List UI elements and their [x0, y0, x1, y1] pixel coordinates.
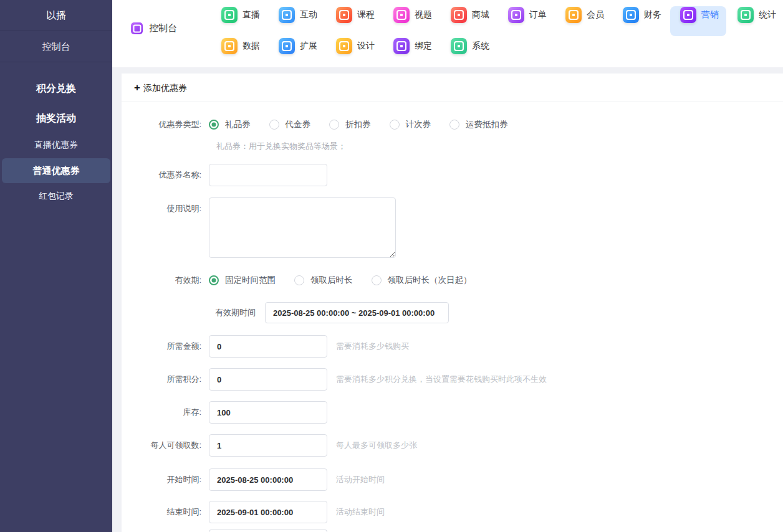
app-stats[interactable]: 统计 [737, 7, 783, 23]
sidebar-item-lottery[interactable]: 抽奖活动 [0, 106, 112, 131]
app-live[interactable]: 直播 [221, 7, 279, 23]
validity-time-input[interactable] [265, 302, 449, 323]
end-time-row: 结束时间: 活动结束时间 [122, 501, 783, 523]
validity-label: 有效期: [122, 274, 209, 287]
app-label: 课程 [357, 9, 375, 21]
app-design[interactable]: 设计 [336, 38, 393, 54]
app-row-1: 直播 互动 课程 视题 商城 订单 [221, 7, 783, 23]
mall-icon [451, 7, 467, 23]
marketing-icon [680, 7, 696, 23]
app-label: 视题 [415, 9, 432, 21]
app-label: 商城 [472, 9, 489, 21]
app-row-2: 数据 扩展 设计 绑定 系统 [221, 38, 508, 54]
app-order[interactable]: 订单 [508, 7, 565, 23]
system-icon [451, 38, 467, 54]
sidebar-item-live-coupon[interactable]: 直播优惠券 [0, 131, 112, 158]
coupon-form-panel: + 添加优惠券 优惠券类型: 礼品券 代金券 折扣券 计次券 [122, 74, 783, 532]
app-binding[interactable]: 绑定 [393, 38, 451, 54]
order-icon [508, 7, 524, 23]
app-data[interactable]: 数据 [221, 38, 279, 54]
console-icon [131, 22, 143, 34]
end-time-hint: 活动结束时间 [336, 501, 385, 523]
quiz-icon [393, 7, 410, 23]
amount-hint: 需要消耗多少钱购买 [336, 335, 409, 358]
sidebar-item-normal-coupon[interactable]: 普通优惠券 [2, 158, 110, 183]
points-input[interactable] [209, 368, 327, 391]
app-marketing[interactable]: 营销 [680, 7, 737, 23]
radio-after-claim[interactable]: 领取后时长 [294, 275, 353, 286]
validity-time-row: 有效期时间 [122, 302, 783, 323]
coupon-type-group: 礼品券 代金券 折扣券 计次券 运费抵扣券 [209, 118, 527, 131]
radio-icon [372, 275, 382, 285]
radio-label: 领取后时长（次日起） [388, 275, 472, 286]
sidebar-item-redpacket-log[interactable]: 红包记录 [0, 183, 112, 208]
amount-input[interactable] [209, 335, 327, 358]
extension-icon [279, 38, 295, 54]
app-system[interactable]: 系统 [451, 38, 508, 54]
app-mall[interactable]: 商城 [451, 7, 508, 23]
console-chip[interactable]: 控制台 [131, 22, 177, 34]
coupon-type-hint: 礼品券：用于兑换实物奖品等场景； [216, 141, 783, 152]
start-time-hint: 活动开始时间 [336, 468, 385, 491]
app-quiz[interactable]: 视题 [393, 7, 451, 23]
points-row: 所需积分: 需要消耗多少积分兑换，当设置需要花钱购买时此项不生效 [122, 368, 783, 391]
app-finance[interactable]: 财务 [623, 7, 680, 23]
name-label: 优惠券名称: [122, 164, 209, 186]
app-interact[interactable]: 互动 [279, 7, 336, 23]
partial-next-input[interactable] [209, 530, 327, 532]
radio-label: 计次券 [406, 119, 431, 130]
radio-label: 领取后时长 [310, 275, 353, 286]
sidebar: 以播 控制台 积分兑换 抽奖活动 直播优惠券 普通优惠券 红包记录 [0, 0, 112, 532]
coupon-type-row: 优惠券类型: 礼品券 代金券 折扣券 计次券 运费抵扣券 [122, 118, 783, 131]
end-time-input[interactable] [209, 501, 327, 523]
coupon-name-input[interactable] [209, 164, 327, 186]
description-row: 使用说明: [122, 197, 783, 258]
sidebar-item-console[interactable]: 控制台 [0, 31, 112, 62]
radio-after-claim-nextday[interactable]: 领取后时长（次日起） [372, 275, 472, 286]
per-user-hint: 每人最多可领取多少张 [336, 434, 417, 457]
app-member[interactable]: 会员 [565, 7, 623, 23]
sidebar-item-points-exchange[interactable]: 积分兑换 [0, 71, 112, 106]
stock-label: 库存: [122, 401, 209, 424]
name-row: 优惠券名称: [122, 164, 783, 186]
description-textarea[interactable] [209, 197, 396, 258]
validity-time-label: 有效期时间 [215, 302, 256, 323]
radio-icon [329, 120, 339, 130]
design-icon [336, 38, 352, 54]
radio-count-coupon[interactable]: 计次券 [390, 119, 431, 130]
app-label: 系统 [472, 40, 489, 52]
interact-icon [279, 7, 295, 23]
start-time-label: 开始时间: [122, 468, 209, 491]
top-header: 控制台 直播 互动 课程 视题 商城 [112, 0, 783, 67]
app-course[interactable]: 课程 [336, 7, 393, 23]
radio-cash-coupon[interactable]: 代金券 [269, 119, 311, 130]
app-extension[interactable]: 扩展 [279, 38, 336, 54]
radio-shipping-coupon[interactable]: 运费抵扣券 [449, 119, 508, 130]
amount-label: 所需金额: [122, 335, 209, 358]
radio-icon [269, 120, 279, 130]
form-header: + 添加优惠券 [122, 74, 783, 102]
app-label: 直播 [243, 9, 260, 21]
app-label: 财务 [644, 9, 661, 21]
app-label: 扩展 [300, 40, 317, 52]
per-user-input[interactable] [209, 434, 327, 457]
start-time-input[interactable] [209, 468, 327, 491]
live-icon [221, 7, 238, 23]
per-user-row: 每人可领取数: 每人最多可领取多少张 [122, 434, 783, 457]
per-user-label: 每人可领取数: [122, 434, 209, 457]
stock-input[interactable] [209, 401, 327, 424]
radio-icon [209, 275, 219, 285]
amount-row: 所需金额: 需要消耗多少钱购买 [122, 335, 783, 358]
app-label: 绑定 [415, 40, 432, 52]
validity-group: 固定时间范围 领取后时长 领取后时长（次日起） [209, 274, 491, 287]
course-icon [336, 7, 352, 23]
radio-label: 折扣券 [345, 119, 371, 130]
radio-label: 代金券 [286, 119, 311, 130]
points-hint: 需要消耗多少积分兑换，当设置需要花钱购买时此项不生效 [336, 368, 547, 391]
app-label: 统计 [759, 9, 776, 21]
radio-fixed-range[interactable]: 固定时间范围 [209, 275, 276, 286]
radio-icon [209, 120, 219, 130]
radio-icon [294, 275, 304, 285]
radio-gift-coupon[interactable]: 礼品券 [209, 119, 251, 130]
radio-discount-coupon[interactable]: 折扣券 [329, 119, 371, 130]
